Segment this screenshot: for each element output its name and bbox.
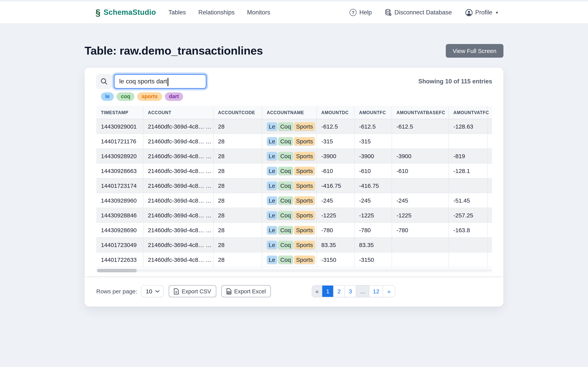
match-chip-le: Le	[267, 226, 277, 234]
export-csv-button[interactable]: Export CSV	[169, 285, 216, 297]
match-chip-coq: Coq	[278, 196, 293, 205]
entries-summary: Showing 10 of 115 entries	[418, 78, 492, 85]
table-row[interactable]: 1443092869021460dfc-369d-4c8… …28 LeCoqS…	[96, 223, 492, 237]
rows-per-page-value: 10	[146, 288, 152, 294]
horizontal-scrollbar[interactable]	[96, 269, 492, 272]
disconnect-database-button[interactable]: Disconnect Database	[385, 9, 452, 16]
search-icon	[101, 78, 108, 85]
table-row[interactable]: 1443092866321460dfc-369d-4c8… …28 LeCoqS…	[96, 163, 492, 178]
chevron-down-icon	[155, 290, 160, 292]
match-chip-sports: Sports	[294, 152, 315, 160]
match-chip-le: Le	[267, 256, 277, 264]
match-chip-sports: Sports	[294, 122, 315, 131]
match-chip-coq: Coq	[278, 152, 293, 160]
match-chip-coq: Coq	[278, 122, 293, 131]
chevron-down-icon: ▾	[496, 10, 498, 15]
column-header-amountfc[interactable]: AMOUNTFC	[354, 106, 392, 119]
table-panel: Showing 10 of 115 entries le coq sports …	[84, 68, 504, 307]
match-chip-coq: Coq	[278, 167, 293, 175]
brand-logo[interactable]: § SchemaStudio	[95, 8, 156, 17]
help-label: Help	[360, 9, 372, 16]
match-chip-coq: Coq	[278, 211, 293, 219]
navbar: § SchemaStudio Tables Relationships Moni…	[0, 1, 588, 24]
database-icon	[385, 9, 392, 16]
horizontal-scrollbar-thumb[interactable]	[97, 269, 137, 272]
match-chip-coq: Coq	[278, 256, 293, 264]
table-row[interactable]: 1443092884621460dfc-369d-4c8… …28 LeCoqS…	[96, 208, 492, 223]
column-header-amountvatfc[interactable]: AMOUNTVATFC	[448, 106, 487, 119]
rows-per-page-select[interactable]: 10	[141, 285, 164, 297]
search-field	[114, 74, 207, 89]
match-chip-coq: Coq	[278, 226, 293, 234]
export-csv-label: Export CSV	[182, 288, 211, 294]
text-cursor	[168, 78, 168, 86]
nav-item-monitors[interactable]: Monitors	[247, 9, 270, 16]
column-header-timestamp[interactable]: TIMESTAMP	[96, 106, 143, 119]
search-tag-sports[interactable]: sports	[137, 92, 162, 101]
match-chip-le: Le	[267, 122, 277, 131]
pagination-ellipsis: ...	[356, 286, 370, 297]
page-title: Table: raw.demo_transactionlines	[84, 44, 263, 57]
match-chip-sports: Sports	[294, 182, 315, 190]
nav-item-tables[interactable]: Tables	[168, 9, 186, 16]
search-input[interactable]	[115, 75, 206, 88]
profile-menu[interactable]: Profile ▾	[465, 9, 498, 16]
table-row[interactable]: 1443092900121460dfc-369d-4c8… …28 LeCoqS…	[96, 119, 492, 134]
match-chip-sports: Sports	[294, 226, 315, 234]
pagination-page-1[interactable]: 1	[322, 286, 334, 297]
table-row[interactable]: 1440172317421460dfc-369d-4c8… …28 LeCoqS…	[96, 178, 492, 193]
export-excel-label: Export Excel	[234, 288, 266, 294]
table-header-row: TIMESTAMP ACCOUNT ACCOUNTCODE ACCOUNTNAM…	[96, 106, 492, 119]
help-button[interactable]: ? Help	[350, 9, 372, 16]
pagination-prev-button[interactable]: «	[312, 286, 322, 297]
search-tag-dart[interactable]: dart	[165, 92, 183, 101]
match-chip-le: Le	[267, 167, 277, 175]
nav-item-relationships[interactable]: Relationships	[198, 9, 235, 16]
table-row[interactable]: 1440172117621460dfc-369d-4c8… …28 LeCoqS…	[96, 134, 492, 149]
table-row[interactable]: 1440172304921460dfc-369d-4c8… …28 LeCoqS…	[96, 237, 492, 252]
match-chip-sports: Sports	[294, 196, 315, 205]
data-table-container: TIMESTAMP ACCOUNT ACCOUNTCODE ACCOUNTNAM…	[96, 106, 492, 267]
match-chip-sports: Sports	[294, 211, 315, 219]
match-chip-le: Le	[267, 182, 277, 190]
search-tag-coq[interactable]: coq	[117, 92, 135, 101]
brand-mark-icon: §	[95, 8, 101, 17]
match-chip-sports: Sports	[294, 167, 315, 175]
match-chip-sports: Sports	[294, 241, 315, 249]
table-row[interactable]: 1443092892021460dfc-369d-4c8… …28 LeCoqS…	[96, 149, 492, 163]
pagination-next-button[interactable]: »	[383, 286, 395, 297]
match-chip-le: Le	[267, 211, 277, 219]
pagination-page-2[interactable]: 2	[334, 286, 345, 297]
match-chip-coq: Coq	[278, 182, 293, 190]
match-chip-sports: Sports	[294, 137, 315, 145]
profile-icon	[465, 9, 472, 16]
match-chip-sports: Sports	[294, 256, 315, 264]
disconnect-label: Disconnect Database	[394, 9, 452, 16]
match-chip-le: Le	[267, 241, 277, 249]
pagination-page-3[interactable]: 3	[345, 286, 356, 297]
export-excel-button[interactable]: Export Excel	[221, 285, 271, 297]
profile-label: Profile	[475, 9, 492, 16]
pagination-page-12[interactable]: 12	[370, 286, 383, 297]
data-table: TIMESTAMP ACCOUNT ACCOUNTCODE ACCOUNTNAM…	[96, 106, 492, 267]
match-chip-le: Le	[267, 196, 277, 205]
column-header-account[interactable]: ACCOUNT	[143, 106, 213, 119]
match-chip-coq: Coq	[278, 137, 293, 145]
match-chip-le: Le	[267, 152, 277, 160]
brand-name: SchemaStudio	[104, 8, 156, 17]
match-chip-coq: Coq	[278, 241, 293, 249]
column-header-accountname[interactable]: ACCOUNTNAME	[262, 106, 316, 119]
table-row[interactable]: 1443092896021460dfc-369d-4c8… …28 LeCoqS…	[96, 193, 492, 208]
match-chip-le: Le	[267, 137, 277, 145]
rows-per-page-label: Rows per page:	[96, 288, 137, 294]
search-icon-box	[96, 74, 112, 89]
help-icon: ?	[350, 9, 357, 16]
column-header-amountvatbasefc[interactable]: AMOUNTVATBASEFC	[392, 106, 448, 119]
table-row[interactable]: 1440172263321460dfc-369d-4c8… …28 LeCoqS…	[96, 252, 492, 267]
pagination: « 1 2 3 ... 12 »	[312, 285, 395, 297]
view-full-screen-button[interactable]: View Full Screen	[445, 44, 504, 58]
search-tag-le[interactable]: le	[101, 92, 114, 101]
column-header-amountdc[interactable]: AMOUNTDC	[316, 106, 354, 119]
column-header-accountcode[interactable]: ACCOUNTCODE	[213, 106, 262, 119]
spreadsheet-icon	[227, 288, 231, 294]
